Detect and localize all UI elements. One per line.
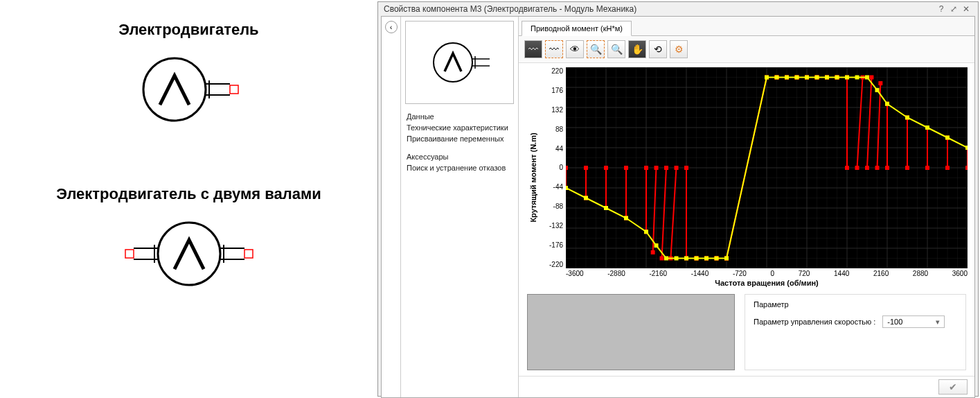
svg-rect-13 (125, 250, 134, 258)
tool-zoom-in[interactable]: 🔍 (587, 40, 605, 58)
svg-rect-206 (775, 76, 779, 80)
tool-settings[interactable]: ⚙ (670, 40, 688, 58)
xtick: 0 (771, 270, 775, 277)
symbol-block-double: Электродвигатель с двумя валами (56, 185, 321, 294)
svg-rect-122 (660, 257, 664, 261)
tool-zoom-out[interactable]: 🔍 (607, 40, 625, 58)
svg-rect-127 (684, 166, 688, 170)
svg-rect-199 (675, 257, 679, 261)
svg-rect-212 (835, 76, 839, 80)
motor-single-shaft-icon (126, 51, 251, 130)
svg-rect-221 (965, 146, 968, 150)
svg-rect-109 (604, 166, 608, 170)
nav-item-accessories[interactable]: Аксессуары (407, 151, 513, 162)
svg-line-168 (857, 78, 863, 168)
xtick: 1440 (834, 270, 849, 277)
ytick: 132 (541, 106, 563, 114)
ytick: -44 (541, 183, 563, 191)
svg-rect-124 (675, 166, 679, 170)
pin-button[interactable]: ⤢ (947, 4, 960, 14)
svg-rect-115 (644, 166, 648, 170)
tool-style-2[interactable]: 〰 (545, 40, 563, 58)
svg-rect-173 (869, 76, 873, 80)
documentation-pane: Электродвигатель Электродвигатель с двум… (0, 0, 377, 398)
svg-rect-118 (654, 166, 659, 170)
eye-icon: 👁 (570, 44, 580, 55)
svg-rect-184 (925, 166, 929, 170)
svg-rect-217 (885, 102, 889, 106)
parameter-group-title: Параметр (754, 300, 957, 309)
xtick: -2880 (607, 270, 625, 277)
gear-icon: ⚙ (675, 44, 684, 55)
chevron-left-icon: ‹ (390, 23, 393, 31)
parameter-label: Параметр управления скоростью : (754, 318, 875, 326)
svg-rect-209 (805, 76, 809, 80)
svg-line-117 (653, 168, 657, 252)
ytick: -132 (541, 222, 563, 230)
svg-rect-112 (624, 166, 628, 170)
svg-rect-201 (695, 257, 699, 261)
nav-item-data[interactable]: Данные (407, 111, 513, 122)
svg-rect-215 (865, 76, 869, 80)
nav-item-vars[interactable]: Присваивание переменных (407, 133, 513, 144)
properties-dialog: Свойства компонента M3 (Электродвигатель… (377, 1, 979, 397)
nav-item-troubleshoot[interactable]: Поиск и устранение отказов (407, 162, 513, 173)
symbol-title-single: Электродвигатель (118, 21, 258, 39)
svg-rect-187 (945, 166, 950, 170)
ytick: 44 (541, 145, 563, 153)
speed-control-select[interactable]: -100 (882, 315, 945, 328)
chart-ylabel: Крутящий момент (N.m) (529, 132, 537, 222)
ytick: -176 (541, 241, 563, 249)
tab-row: Приводной момент (кН*м) (519, 17, 974, 36)
tool-visibility[interactable]: 👁 (566, 40, 584, 58)
svg-point-5 (158, 223, 220, 285)
svg-rect-194 (604, 206, 608, 210)
svg-rect-119 (651, 250, 655, 254)
speed-control-value: -100 (887, 318, 902, 326)
motor-double-shaft-icon (109, 216, 269, 294)
close-button[interactable]: ✕ (960, 4, 972, 14)
svg-point-14 (434, 43, 472, 82)
tool-reset[interactable]: ⟲ (649, 40, 667, 58)
xtick: -2160 (649, 270, 667, 277)
svg-rect-219 (925, 126, 929, 130)
tool-drag[interactable]: ✋ (628, 40, 646, 58)
ytick: 220 (541, 67, 563, 75)
svg-rect-166 (845, 166, 849, 170)
help-button[interactable]: ? (935, 4, 947, 14)
magnifier-plus-icon: 🔍 (590, 44, 602, 55)
svg-rect-200 (684, 257, 688, 261)
svg-rect-192 (566, 186, 568, 190)
svg-point-0 (143, 58, 206, 121)
xtick: 2160 (873, 270, 889, 277)
svg-rect-216 (875, 88, 880, 92)
confirm-button[interactable]: ✔ (938, 379, 968, 395)
svg-rect-9 (244, 250, 253, 258)
svg-line-174 (877, 83, 881, 168)
svg-rect-203 (715, 257, 719, 261)
nav-item-specs[interactable]: Технические характеристики (407, 122, 513, 133)
svg-rect-211 (825, 76, 829, 80)
curve-dark-icon: 〰 (528, 44, 538, 55)
svg-rect-213 (845, 76, 849, 80)
dialog-title: Свойства компонента M3 (Электродвигатель… (384, 4, 636, 14)
ytick: -88 (541, 202, 563, 210)
xtick: -1440 (691, 270, 709, 277)
symbol-title-double: Электродвигатель с двумя валами (56, 185, 321, 203)
hand-dark-icon: ✋ (632, 44, 643, 55)
tab-torque[interactable]: Приводной момент (кН*м) (522, 21, 632, 36)
svg-rect-205 (765, 76, 769, 80)
svg-rect-196 (644, 230, 648, 234)
svg-rect-106 (584, 166, 588, 170)
svg-rect-190 (965, 166, 968, 170)
svg-rect-181 (905, 166, 909, 170)
xtick: 3600 (952, 270, 968, 277)
collapse-toggle[interactable]: ‹ (385, 21, 398, 33)
titlebar: Свойства компонента M3 (Электродвигатель… (378, 2, 978, 16)
svg-rect-208 (795, 76, 799, 80)
chart-plot[interactable] (566, 67, 968, 268)
tool-style-1[interactable]: 〰 (524, 40, 542, 58)
svg-rect-193 (584, 196, 588, 200)
nav-list: Данные Технические характеристики Присва… (401, 108, 518, 176)
bottom-row: Параметр Параметр управления скоростью :… (519, 288, 974, 376)
